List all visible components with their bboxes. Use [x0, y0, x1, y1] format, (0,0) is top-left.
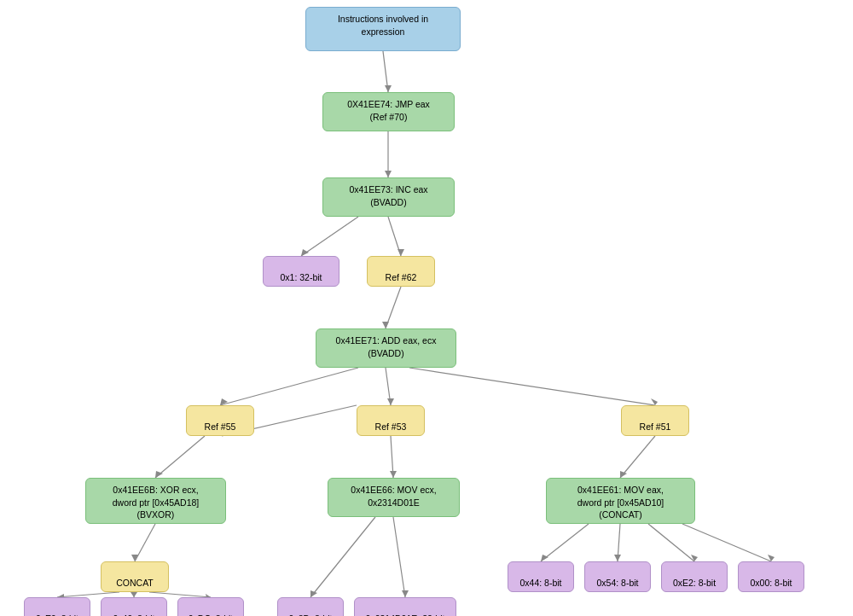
diagram: Instructions involved inexpression 0X41E… — [0, 0, 853, 616]
node-n20: 0x8D: 8-bit — [277, 597, 344, 616]
node-n11: CONCAT — [101, 561, 169, 592]
node-n16: 0x00: 8-bit — [738, 561, 804, 592]
svg-line-41 — [393, 517, 405, 597]
svg-marker-24 — [390, 471, 397, 478]
svg-marker-22 — [131, 555, 138, 561]
svg-marker-7 — [397, 249, 404, 256]
svg-line-23 — [391, 436, 393, 478]
svg-marker-15 — [155, 471, 163, 478]
svg-line-6 — [388, 217, 401, 256]
node-n2: 0x41EE73: INC eax(BVADD) — [322, 177, 455, 217]
node-n15: 0xE2: 8-bit — [661, 561, 728, 592]
svg-marker-5 — [301, 249, 309, 256]
node-n4: Ref #62 — [367, 256, 435, 287]
node-n9: Ref #53 — [357, 405, 425, 436]
svg-line-4 — [301, 217, 358, 256]
node-n7: Ref #51 — [621, 405, 689, 436]
svg-line-39 — [310, 517, 375, 597]
svg-line-19 — [620, 436, 655, 478]
svg-line-14 — [155, 436, 205, 478]
node-n5: 0x41EE71: ADD eax, ecx(BVADD) — [316, 328, 456, 368]
svg-line-25 — [541, 524, 589, 561]
svg-marker-1 — [385, 85, 392, 92]
node-n3: 0x1: 32-bit — [263, 256, 339, 287]
svg-line-17 — [386, 368, 391, 405]
svg-marker-26 — [541, 555, 548, 561]
node-n21: 0x2314D01E: 32-bit — [354, 597, 456, 616]
node-n13: 0x44: 8-bit — [508, 561, 574, 592]
node-n12: 0x41EE66: MOV ecx,0x2314D01E — [328, 478, 460, 517]
node-n18: 0x49: 8-bit — [101, 597, 167, 616]
svg-line-29 — [648, 524, 694, 561]
svg-marker-11 — [220, 398, 228, 405]
node-n10: 0x41EE61: MOV eax,dword ptr [0x45AD10](C… — [546, 478, 695, 524]
svg-marker-3 — [385, 171, 392, 177]
svg-line-27 — [618, 524, 620, 561]
node-n14: 0x54: 8-bit — [584, 561, 651, 592]
svg-marker-32 — [768, 555, 775, 561]
svg-marker-13 — [651, 398, 658, 405]
svg-line-0 — [383, 51, 388, 92]
node-n6: Ref #55 — [186, 405, 254, 436]
svg-marker-9 — [382, 322, 389, 328]
svg-marker-28 — [614, 555, 621, 561]
svg-line-12 — [409, 368, 655, 405]
node-n17: 0xE9: 8-bit — [24, 597, 90, 616]
node-n19: 0xDC: 8-bit — [177, 597, 244, 616]
svg-marker-18 — [387, 398, 394, 405]
svg-line-31 — [682, 524, 771, 561]
svg-marker-20 — [620, 471, 627, 478]
svg-marker-40 — [310, 590, 317, 597]
svg-marker-30 — [691, 555, 698, 561]
node-n1: 0X41EE74: JMP eax(Ref #70) — [322, 92, 455, 131]
node-root: Instructions involved inexpression — [305, 7, 461, 51]
svg-line-21 — [135, 524, 155, 561]
svg-line-10 — [220, 368, 358, 405]
node-n8: 0x41EE6B: XOR ecx,dword ptr [0x45AD18](B… — [85, 478, 226, 524]
svg-line-8 — [386, 287, 401, 328]
svg-marker-42 — [402, 590, 409, 597]
